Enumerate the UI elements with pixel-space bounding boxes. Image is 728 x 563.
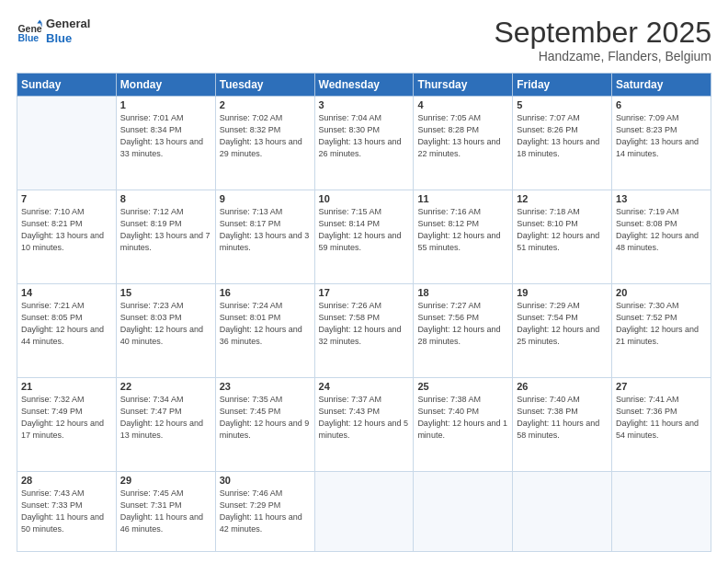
month-title: September 2025 [494, 17, 711, 49]
day-info: Sunrise: 7:46 AM Sunset: 7:29 PM Dayligh… [220, 488, 311, 535]
table-row: 17Sunrise: 7:26 AM Sunset: 7:58 PM Dayli… [314, 284, 414, 378]
day-number: 1 [120, 99, 211, 110]
day-number: 8 [120, 193, 211, 204]
logo: General Blue General Blue [17, 17, 90, 45]
table-row: 22Sunrise: 7:34 AM Sunset: 7:47 PM Dayli… [116, 378, 215, 472]
table-row: 15Sunrise: 7:23 AM Sunset: 8:03 PM Dayli… [116, 284, 215, 378]
table-row: 18Sunrise: 7:27 AM Sunset: 7:56 PM Dayli… [414, 284, 513, 378]
day-info: Sunrise: 7:29 AM Sunset: 7:54 PM Dayligh… [517, 300, 608, 348]
day-info: Sunrise: 7:35 AM Sunset: 7:45 PM Dayligh… [220, 394, 311, 442]
table-row: 6Sunrise: 7:09 AM Sunset: 8:23 PM Daylig… [612, 97, 711, 190]
day-number: 21 [21, 381, 112, 392]
day-number: 2 [220, 99, 311, 110]
table-row: 16Sunrise: 7:24 AM Sunset: 8:01 PM Dayli… [215, 284, 314, 378]
table-row: 13Sunrise: 7:19 AM Sunset: 8:08 PM Dayli… [612, 190, 711, 284]
table-row: 14Sunrise: 7:21 AM Sunset: 8:05 PM Dayli… [17, 284, 117, 378]
day-info: Sunrise: 7:27 AM Sunset: 7:56 PM Dayligh… [417, 300, 508, 348]
day-number: 20 [616, 287, 707, 298]
day-number: 3 [319, 99, 410, 110]
col-sunday: Sunday [17, 74, 117, 97]
logo-icon: General Blue [17, 18, 42, 44]
table-row: 7Sunrise: 7:10 AM Sunset: 8:21 PM Daylig… [17, 190, 117, 284]
day-number: 27 [616, 381, 707, 392]
day-info: Sunrise: 7:18 AM Sunset: 8:10 PM Dayligh… [517, 206, 608, 254]
table-row: 28Sunrise: 7:43 AM Sunset: 7:33 PM Dayli… [17, 472, 117, 552]
day-number: 23 [220, 381, 311, 392]
table-row: 2Sunrise: 7:02 AM Sunset: 8:32 PM Daylig… [215, 97, 314, 190]
table-row: 26Sunrise: 7:40 AM Sunset: 7:38 PM Dayli… [513, 378, 612, 472]
table-row: 24Sunrise: 7:37 AM Sunset: 7:43 PM Dayli… [314, 378, 414, 472]
table-row [513, 472, 612, 552]
location: Handzame, Flanders, Belgium [494, 49, 711, 63]
day-number: 5 [517, 99, 608, 110]
table-row [414, 472, 513, 552]
calendar-header-row: Sunday Monday Tuesday Wednesday Thursday… [17, 74, 711, 97]
day-info: Sunrise: 7:30 AM Sunset: 7:52 PM Dayligh… [616, 300, 707, 348]
day-info: Sunrise: 7:01 AM Sunset: 8:34 PM Dayligh… [120, 112, 211, 160]
day-info: Sunrise: 7:10 AM Sunset: 8:21 PM Dayligh… [21, 206, 112, 254]
day-number: 16 [220, 287, 311, 298]
table-row: 29Sunrise: 7:45 AM Sunset: 7:31 PM Dayli… [116, 472, 215, 552]
day-info: Sunrise: 7:19 AM Sunset: 8:08 PM Dayligh… [616, 206, 707, 254]
day-number: 22 [120, 381, 211, 392]
day-info: Sunrise: 7:41 AM Sunset: 7:36 PM Dayligh… [616, 394, 707, 442]
day-number: 10 [319, 193, 410, 204]
day-number: 29 [120, 475, 211, 486]
table-row: 21Sunrise: 7:32 AM Sunset: 7:49 PM Dayli… [17, 378, 117, 472]
table-row: 9Sunrise: 7:13 AM Sunset: 8:17 PM Daylig… [215, 190, 314, 284]
day-info: Sunrise: 7:09 AM Sunset: 8:23 PM Dayligh… [616, 112, 707, 160]
day-info: Sunrise: 7:40 AM Sunset: 7:38 PM Dayligh… [517, 394, 608, 442]
table-row: 30Sunrise: 7:46 AM Sunset: 7:29 PM Dayli… [215, 472, 314, 552]
calendar: Sunday Monday Tuesday Wednesday Thursday… [17, 73, 711, 552]
day-number: 15 [120, 287, 211, 298]
table-row: 27Sunrise: 7:41 AM Sunset: 7:36 PM Dayli… [612, 378, 711, 472]
day-number: 18 [417, 287, 508, 298]
table-row: 3Sunrise: 7:04 AM Sunset: 8:30 PM Daylig… [314, 97, 414, 190]
day-info: Sunrise: 7:04 AM Sunset: 8:30 PM Dayligh… [319, 112, 410, 160]
day-number: 13 [616, 193, 707, 204]
day-info: Sunrise: 7:12 AM Sunset: 8:19 PM Dayligh… [120, 206, 211, 254]
table-row: 12Sunrise: 7:18 AM Sunset: 8:10 PM Dayli… [513, 190, 612, 284]
day-info: Sunrise: 7:21 AM Sunset: 8:05 PM Dayligh… [21, 300, 112, 348]
day-number: 7 [21, 193, 112, 204]
table-row [612, 472, 711, 552]
table-row: 23Sunrise: 7:35 AM Sunset: 7:45 PM Dayli… [215, 378, 314, 472]
col-monday: Monday [116, 74, 215, 97]
day-number: 14 [21, 287, 112, 298]
table-row: 4Sunrise: 7:05 AM Sunset: 8:28 PM Daylig… [414, 97, 513, 190]
table-row: 5Sunrise: 7:07 AM Sunset: 8:26 PM Daylig… [513, 97, 612, 190]
day-info: Sunrise: 7:26 AM Sunset: 7:58 PM Dayligh… [319, 300, 410, 348]
logo-line1: General [46, 17, 90, 31]
col-friday: Friday [513, 74, 612, 97]
day-info: Sunrise: 7:15 AM Sunset: 8:14 PM Dayligh… [319, 206, 410, 254]
table-row: 19Sunrise: 7:29 AM Sunset: 7:54 PM Dayli… [513, 284, 612, 378]
day-number: 12 [517, 193, 608, 204]
day-info: Sunrise: 7:34 AM Sunset: 7:47 PM Dayligh… [120, 394, 211, 442]
day-number: 17 [319, 287, 410, 298]
col-wednesday: Wednesday [314, 74, 414, 97]
day-info: Sunrise: 7:13 AM Sunset: 8:17 PM Dayligh… [220, 206, 311, 254]
day-info: Sunrise: 7:45 AM Sunset: 7:31 PM Dayligh… [120, 488, 211, 535]
day-number: 24 [319, 381, 410, 392]
day-info: Sunrise: 7:38 AM Sunset: 7:40 PM Dayligh… [417, 394, 508, 442]
day-number: 26 [517, 381, 608, 392]
svg-text:Blue: Blue [17, 32, 39, 43]
day-info: Sunrise: 7:43 AM Sunset: 7:33 PM Dayligh… [21, 488, 112, 535]
day-number: 4 [417, 99, 508, 110]
table-row: 25Sunrise: 7:38 AM Sunset: 7:40 PM Dayli… [414, 378, 513, 472]
day-info: Sunrise: 7:32 AM Sunset: 7:49 PM Dayligh… [21, 394, 112, 442]
day-number: 28 [21, 475, 112, 486]
day-number: 6 [616, 99, 707, 110]
day-info: Sunrise: 7:23 AM Sunset: 8:03 PM Dayligh… [120, 300, 211, 348]
day-number: 30 [220, 475, 311, 486]
day-info: Sunrise: 7:02 AM Sunset: 8:32 PM Dayligh… [220, 112, 311, 160]
day-number: 9 [220, 193, 311, 204]
day-number: 11 [417, 193, 508, 204]
col-saturday: Saturday [612, 74, 711, 97]
day-number: 19 [517, 287, 608, 298]
day-info: Sunrise: 7:24 AM Sunset: 8:01 PM Dayligh… [220, 300, 311, 348]
title-block: September 2025 Handzame, Flanders, Belgi… [494, 17, 711, 63]
table-row [17, 97, 117, 190]
day-info: Sunrise: 7:05 AM Sunset: 8:28 PM Dayligh… [417, 112, 508, 160]
svg-marker-2 [37, 19, 42, 23]
